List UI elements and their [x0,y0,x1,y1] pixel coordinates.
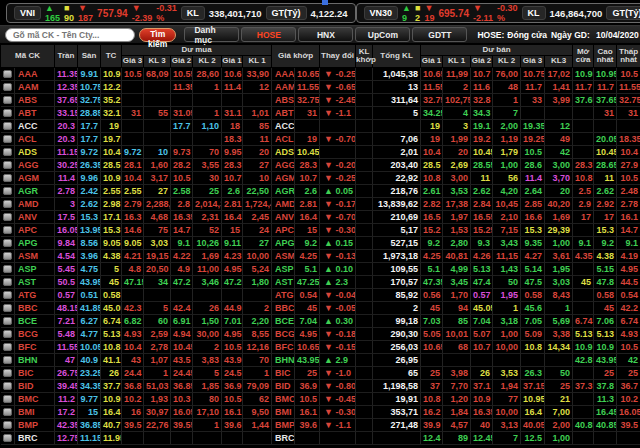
row-checkbox[interactable] [3,369,12,377]
ticker-repeat-cell[interactable]: ATG [272,288,295,301]
ticker-cell[interactable]: ACL [15,132,55,145]
ticker-cell[interactable]: ADS [15,145,55,158]
row-checkbox[interactable] [3,408,12,416]
ticker-repeat-cell[interactable]: AAA [272,67,295,80]
ticker-repeat-cell[interactable]: BCG [272,327,295,340]
ticker-repeat-cell[interactable]: BBC [272,301,295,314]
ticker-repeat-cell[interactable]: APG [272,236,295,249]
row-checkbox[interactable] [3,200,12,208]
ticker-cell[interactable]: BCG [15,327,55,340]
row-checkbox[interactable] [3,330,12,338]
ticker-cell[interactable]: BIC [15,366,55,379]
row-checkbox[interactable] [3,395,12,403]
ticker-repeat-cell[interactable]: AST [272,275,295,288]
open-cell: 6.74 [573,314,594,327]
row-checkbox[interactable] [3,356,12,364]
search-input[interactable] [5,28,135,42]
ticker-repeat-cell[interactable]: AGG [272,158,295,171]
ticker-cell[interactable]: AST [15,275,55,288]
tab-hose[interactable]: HOSE [241,27,296,42]
low-cell: 25 [617,366,640,379]
ticker-cell[interactable]: APG [15,236,55,249]
ticker-cell[interactable]: BHN [15,353,55,366]
tab-danh-mục[interactable]: Danh mục [184,27,239,42]
row-checkbox[interactable] [3,304,12,312]
row-checkbox[interactable] [3,278,12,286]
ticker-repeat-cell[interactable]: AGR [272,184,295,197]
ticker-repeat-cell[interactable]: BMP [272,418,295,431]
row-checkbox[interactable] [3,317,12,325]
row-checkbox[interactable] [3,421,12,429]
ticker-cell[interactable]: ABT [15,106,55,119]
ticker-repeat-cell[interactable]: BRC [272,431,295,444]
ticker-repeat-cell[interactable]: AMD [272,197,295,210]
row-checkbox[interactable] [3,382,12,390]
ticker-cell[interactable]: APC [15,223,55,236]
ticker-repeat-cell[interactable]: BMI [272,405,295,418]
row-checkbox[interactable] [3,148,12,156]
ticker-repeat-cell[interactable]: ACC [272,119,295,132]
ticker-repeat-cell[interactable]: BHN [272,353,295,366]
ticker-cell[interactable]: AGM [15,171,55,184]
ticker-repeat-cell[interactable]: ASM [272,249,295,262]
ticker-cell[interactable]: BRC [15,431,55,444]
row-checkbox[interactable] [3,109,12,117]
row-checkbox[interactable] [3,291,12,299]
ticker-cell[interactable]: ATG [15,288,55,301]
row-checkbox[interactable] [3,213,12,221]
ticker-cell[interactable]: AMD [15,197,55,210]
ticker-repeat-cell[interactable]: ANV [272,210,295,223]
row-checkbox[interactable] [3,265,12,273]
tab-gdtt[interactable]: GDTT [412,27,467,42]
row-checkbox[interactable] [3,161,12,169]
ticker-cell[interactable]: ABS [15,93,55,106]
search-button[interactable]: Tìm kiếm [139,28,176,42]
ticker-repeat-cell[interactable]: AGM [272,171,295,184]
row-checkbox[interactable] [3,343,12,351]
ticker-repeat-cell[interactable]: APC [272,223,295,236]
ticker-cell[interactable]: AGR [15,184,55,197]
ticker-cell[interactable]: BFC [15,340,55,353]
row-checkbox[interactable] [3,70,12,78]
ticker-cell[interactable]: AAA [15,67,55,80]
tab-hnx[interactable]: HNX [298,27,353,42]
row-checkbox[interactable] [3,252,12,260]
bid-vol-2 [193,132,222,145]
ticker-repeat-cell[interactable]: BFC [272,340,295,353]
ticker-repeat-cell[interactable]: ACL [272,132,295,145]
ticker-repeat-cell[interactable]: ABS [272,93,295,106]
ticker-repeat-cell[interactable]: BMC [272,392,295,405]
row-checkbox[interactable] [3,122,12,130]
row-checkbox[interactable] [3,187,12,195]
ticker-cell[interactable]: BMP [15,418,55,431]
ask-price-3: 40.05 [521,418,545,431]
row-checkbox[interactable] [3,226,12,234]
ticker-cell[interactable]: BBC [15,301,55,314]
ticker-cell[interactable]: BMC [15,392,55,405]
ticker-cell[interactable]: BID [15,379,55,392]
row-checkbox[interactable] [3,239,12,247]
ticker-repeat-cell[interactable]: BCE [272,314,295,327]
ticker-cell[interactable]: ASP [15,262,55,275]
ticker-repeat-cell[interactable]: ADS [272,145,295,158]
ticker-repeat-cell[interactable]: BID [272,379,295,392]
tab-upcom[interactable]: UpCom [355,27,410,42]
row-checkbox[interactable] [3,96,12,104]
row-checkbox[interactable] [3,135,12,143]
ticker-repeat-cell[interactable]: ABT [272,106,295,119]
ticker-cell[interactable]: ACC [15,119,55,132]
ticker-cell[interactable]: BMI [15,405,55,418]
ask-vol-3: 7,00 [545,405,573,418]
ticker-cell[interactable]: BCE [15,314,55,327]
ticker-cell[interactable]: AGG [15,158,55,171]
row-checkbox[interactable] [3,83,12,91]
ticker-cell[interactable]: AAM [15,80,55,93]
ticker-repeat-cell[interactable]: AAM [272,80,295,93]
bid-vol-2: 25 [193,184,222,197]
ticker-cell[interactable]: ANV [15,210,55,223]
ticker-repeat-cell[interactable]: BIC [272,366,295,379]
row-checkbox[interactable] [3,434,12,442]
row-checkbox[interactable] [3,174,12,182]
ticker-cell[interactable]: ASM [15,249,55,262]
ticker-repeat-cell[interactable]: ASP [272,262,295,275]
